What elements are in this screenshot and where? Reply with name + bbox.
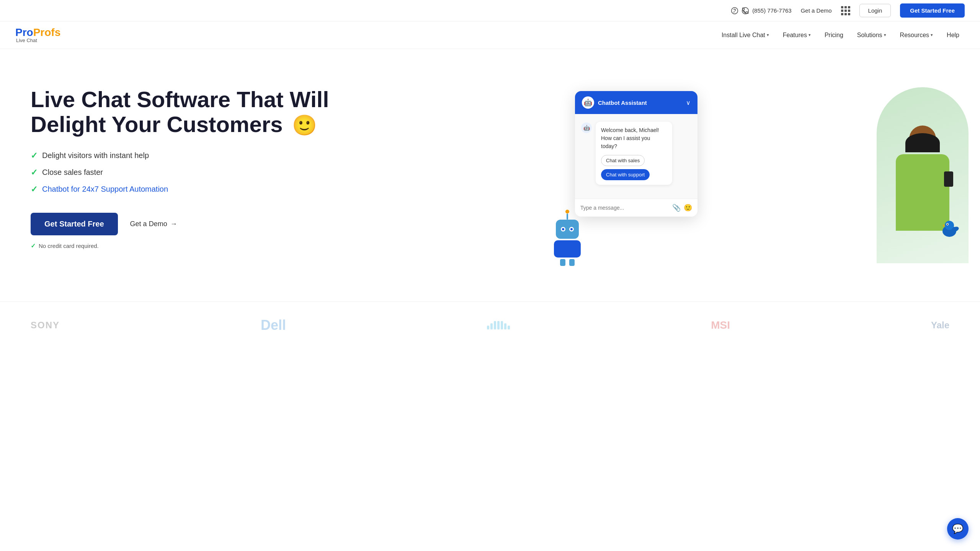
arrow-icon: → [170, 220, 177, 228]
solutions-chevron-icon: ▾ [884, 33, 886, 37]
blue-bird-decoration [938, 218, 961, 240]
logo-subtitle: Live Chat [16, 38, 60, 43]
person-silhouette [888, 110, 957, 263]
chat-minimize-icon[interactable]: ∨ [686, 99, 691, 106]
check-icon-1: ✓ [31, 151, 38, 161]
apps-grid-icon[interactable] [841, 6, 850, 15]
feature-item-3: ✓ Chatbot for 24x7 Support Automation [31, 184, 544, 194]
chat-header-title: Chatbot Assistant [598, 99, 647, 106]
robot-eyes [561, 227, 574, 231]
check-icon-2: ✓ [31, 168, 38, 178]
logos-section: SONY Dell MSI Yale [0, 302, 980, 349]
nav-features[interactable]: Features ▾ [777, 29, 816, 42]
logo[interactable]: ProProfs Live Chat [15, 27, 60, 43]
chat-message-row: 🤖 Welcome back, Michael!How can I assist… [581, 122, 691, 185]
robot-eye-left [561, 227, 565, 231]
robot-antenna-top [565, 210, 569, 214]
chatbot-feature-link[interactable]: Chatbot for 24x7 Support Automation [42, 185, 168, 194]
feature-item-2: ✓ Close sales faster [31, 168, 544, 178]
robot-leg-left [560, 259, 565, 266]
nav-help[interactable]: Help [941, 29, 965, 42]
nav-resources[interactable]: Resources ▾ [895, 29, 938, 42]
logo-yale: Yale [931, 320, 949, 331]
robot-leg-right [569, 259, 575, 266]
feature-item-1: ✓ Delight visitors with instant help [31, 151, 544, 161]
robot-body [554, 240, 581, 258]
bird-icon [938, 218, 961, 239]
logo-sony: SONY [31, 320, 60, 331]
get-demo-top-link[interactable]: Get a Demo [801, 7, 832, 14]
person-phone [944, 171, 953, 187]
chat-body: 🤖 Welcome back, Michael!How can I assist… [575, 114, 697, 199]
check-icon-no-credit: ✓ [31, 242, 36, 249]
robot-eye-right [569, 227, 574, 231]
login-button[interactable]: Login [859, 4, 891, 17]
phone-icon [731, 7, 738, 15]
chat-options: Chat with sales Chat with support [601, 155, 667, 180]
nav-pricing[interactable]: Pricing [819, 29, 849, 42]
nav-solutions[interactable]: Solutions ▾ [852, 29, 892, 42]
robot-mascot [548, 210, 586, 256]
phone-info: (855) 776-7763 [731, 7, 792, 15]
hero-cta: Get Started Free Get a Demo → [31, 213, 544, 235]
robot-head [556, 220, 579, 239]
bot-avatar: 🤖 [582, 96, 594, 109]
chat-header-left: 🤖 Chatbot Assistant [582, 96, 647, 109]
chat-bubble: Welcome back, Michael!How can I assist y… [596, 122, 672, 185]
hero-section: Live Chat Software That Will Delight You… [0, 49, 980, 302]
nav-install-live-chat[interactable]: Install Live Chat ▾ [716, 29, 774, 42]
hero-left: Live Chat Software That Will Delight You… [31, 80, 544, 249]
attach-icon[interactable]: 📎 [672, 204, 681, 212]
chat-message-input[interactable] [580, 205, 669, 211]
phone-number: (855) 776-7763 [752, 7, 792, 14]
robot-legs [548, 259, 586, 266]
logo-dell: Dell [261, 317, 286, 333]
chat-header: 🤖 Chatbot Assistant ∨ [575, 91, 697, 114]
logo-cisco [487, 321, 510, 329]
main-nav: ProProfs Live Chat Install Live Chat ▾ F… [0, 21, 980, 49]
get-demo-hero-link[interactable]: Get a Demo → [130, 220, 177, 228]
logo-msi: MSI [711, 319, 730, 331]
top-bar: (855) 776-7763 Get a Demo Login Get Star… [0, 0, 980, 21]
chat-with-support-button[interactable]: Chat with support [601, 169, 650, 180]
chat-bot-icon: 🤖 [581, 122, 592, 133]
chat-with-sales-button[interactable]: Chat with sales [601, 155, 645, 166]
hero-right: 🤖 Chatbot Assistant ∨ 🤖 Welcome back, Mi… [544, 80, 965, 279]
logo-text: ProProfs [15, 27, 60, 38]
hero-features-list: ✓ Delight visitors with instant help ✓ C… [31, 151, 544, 194]
no-credit-note: ✓ No credit card required. [31, 242, 544, 249]
install-live-chat-chevron-icon: ▾ [767, 33, 769, 37]
get-started-hero-button[interactable]: Get Started Free [31, 213, 118, 235]
resources-chevron-icon: ▾ [931, 33, 933, 37]
svg-marker-5 [942, 225, 945, 227]
check-icon-3: ✓ [31, 184, 38, 194]
hero-title: Live Chat Software That Will Delight You… [31, 87, 544, 137]
nav-links: Install Live Chat ▾ Features ▾ Pricing S… [716, 29, 965, 42]
emoji-icon[interactable]: 🙂 [684, 204, 692, 212]
chat-welcome-text: Welcome back, Michael!How can I assist y… [601, 126, 667, 150]
robot-antenna [567, 214, 568, 220]
smiley-emoji: 🙂 [292, 114, 317, 136]
person-hair [905, 133, 940, 152]
chat-input-row: 📎 🙂 [575, 199, 697, 217]
features-chevron-icon: ▾ [808, 33, 811, 37]
phone-circle-icon [742, 7, 749, 15]
get-started-top-button[interactable]: Get Started Free [900, 3, 965, 18]
svg-point-7 [947, 224, 948, 225]
chat-widget: 🤖 Chatbot Assistant ∨ 🤖 Welcome back, Mi… [575, 91, 697, 217]
